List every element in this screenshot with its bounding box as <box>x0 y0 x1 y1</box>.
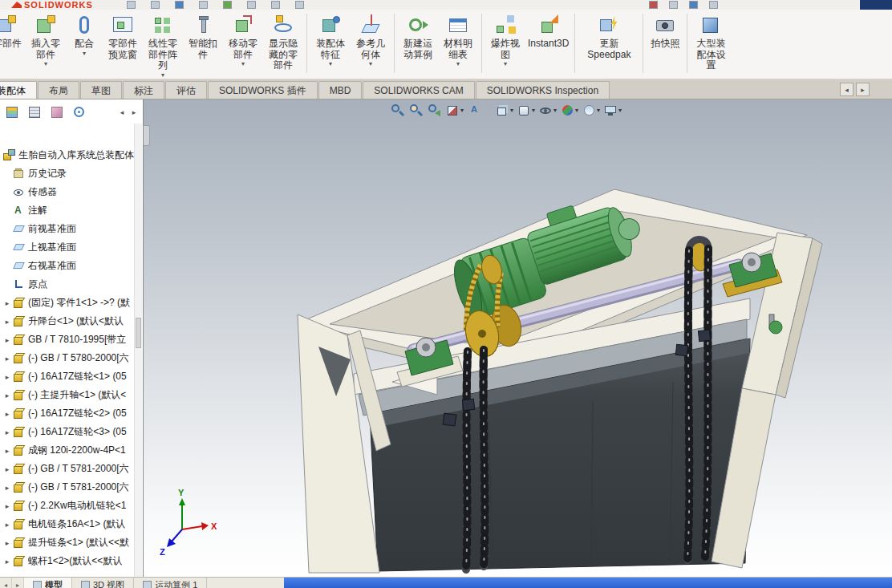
ribbon-button[interactable] <box>481 14 482 73</box>
tabs-scroll-left-button[interactable]: ◂ <box>840 83 853 96</box>
expand-arrow-icon[interactable]: ▸ <box>2 502 12 510</box>
tree-item[interactable]: ▸ GB / T 7810-1995[带立 <box>0 330 143 349</box>
view-tool[interactable] <box>391 103 405 117</box>
panel-collapse-left-icon[interactable]: ◂ <box>117 107 127 118</box>
tree-item[interactable]: ▸ 提升链条<1> (默认<<默 <box>0 533 143 552</box>
tree-item[interactable]: 上视基准面 <box>0 238 143 257</box>
ribbon-button[interactable]: 零部件预览窗 <box>103 11 143 77</box>
toolbar-icon[interactable] <box>271 1 280 9</box>
ribbon-button[interactable]: 拍快照 <box>647 11 683 77</box>
ribbon-button[interactable]: 移动零部件 ▾ <box>223 11 263 77</box>
command-tab[interactable]: 装配体 <box>0 81 37 99</box>
command-tab[interactable]: 草图 <box>80 81 122 99</box>
toolbar-icon[interactable] <box>247 1 256 9</box>
graphics-area[interactable]: ▾ ▾ ▾ <box>144 99 892 577</box>
toolbar-icon[interactable] <box>295 1 304 9</box>
expand-arrow-icon[interactable]: ▸ <box>2 318 12 326</box>
toolbar-icon[interactable] <box>223 1 232 9</box>
toolbar-icon[interactable] <box>709 1 718 9</box>
expand-arrow-icon[interactable]: ▸ <box>2 539 12 547</box>
document-tab[interactable]: 3D 视图 <box>72 578 134 588</box>
expand-arrow-icon[interactable]: ▸ <box>2 391 12 399</box>
ribbon-button[interactable]: 材料明细表 ▾ <box>438 11 478 77</box>
toolbar-icon[interactable] <box>175 1 184 9</box>
tree-item[interactable]: ▸ (-) 16A17Z链轮<3> (05 <box>0 423 143 441</box>
view-tool[interactable] <box>409 103 424 117</box>
tree-item[interactable]: 传感器 <box>0 183 143 201</box>
panel-tab-icon[interactable] <box>49 104 65 120</box>
command-tab[interactable]: 标注 <box>123 81 164 99</box>
document-tab[interactable]: 运动算例 1 <box>134 578 207 588</box>
tree-item[interactable]: 前视基准面 <box>0 220 143 238</box>
ribbon-button[interactable]: 爆炸视图 ▾ <box>485 11 525 77</box>
tree-item[interactable]: ▸ (-) 16A17Z链轮<1> (05 <box>0 367 143 386</box>
expand-arrow-icon[interactable]: ▸ <box>2 558 12 566</box>
panel-scrollbar[interactable] <box>134 124 142 577</box>
tree-item[interactable]: ▸ (-) 2.2Kw电动机链轮<1 <box>0 497 143 515</box>
expand-arrow-icon[interactable]: ▸ <box>2 521 12 529</box>
command-tab[interactable]: SOLIDWORKS 插件 <box>208 81 318 99</box>
view-tool[interactable]: ▾ <box>496 103 513 117</box>
command-tab[interactable]: SOLIDWORKS Inspection <box>476 81 610 99</box>
toolbar-icon[interactable] <box>127 1 136 9</box>
ribbon-button[interactable]: 线性零部件阵列 ▾ <box>143 11 183 77</box>
command-tab[interactable]: MBD <box>318 81 363 99</box>
toolbar-icon[interactable] <box>669 1 678 9</box>
expand-arrow-icon[interactable]: ▸ <box>2 428 12 436</box>
view-tool[interactable]: ▾ <box>539 103 557 117</box>
ribbon-button[interactable]: 装配体特征 ▾ <box>310 11 351 77</box>
ribbon-button[interactable]: Instant3D <box>525 11 571 77</box>
model-3d[interactable]: Y X Z <box>144 99 892 577</box>
ribbon-button[interactable]: 配合 ▾ <box>66 11 103 77</box>
expand-arrow-icon[interactable]: ▸ <box>2 299 12 307</box>
ribbon-button[interactable]: 更新 Speedpak <box>578 11 639 77</box>
expand-arrow-icon[interactable]: ▸ <box>2 410 12 418</box>
command-tab[interactable]: SOLIDWORKS CAM <box>363 81 474 99</box>
expand-arrow-icon[interactable]: ▸ <box>2 465 12 473</box>
view-tool[interactable] <box>428 103 442 117</box>
ribbon-button[interactable] <box>394 14 395 73</box>
command-tab[interactable]: 评估 <box>165 81 207 99</box>
ribbon-button[interactable]: 智能扣件 <box>183 11 223 77</box>
tabs-scroll-left-button[interactable]: ◂ <box>0 578 12 588</box>
tree-item[interactable]: ▸ 电机链条16A<1> (默认 <box>0 515 143 533</box>
toolbar-icon[interactable] <box>151 1 160 9</box>
toolbar-icon[interactable] <box>199 1 208 9</box>
tree-item[interactable]: ▸ (-) GB / T 5781-2000[六 <box>0 460 143 478</box>
tree-item[interactable]: 生胎自动入库系统总装配体 <box>0 146 143 164</box>
ribbon-button[interactable]: 插入零部件 ▾ <box>26 11 66 77</box>
tree-item[interactable]: 原点 <box>0 275 143 294</box>
ribbon-button[interactable]: 新建运动算例 <box>398 11 438 77</box>
ribbon-button[interactable]: 显示隐藏的零部件 <box>263 11 303 77</box>
toolbar-icon[interactable] <box>689 1 698 9</box>
view-tool[interactable]: ▾ <box>561 103 578 117</box>
tree-item[interactable]: ▸ (-) GB / T 5780-2000[六 <box>0 349 143 367</box>
panel-tab-icon[interactable] <box>4 104 20 120</box>
panel-tab-icon[interactable] <box>26 104 43 120</box>
ribbon-button[interactable]: 零部件 <box>0 11 26 77</box>
tree-item[interactable]: ▸ (-) 主提升轴<1> (默认< <box>0 386 143 404</box>
view-tool[interactable] <box>468 103 482 117</box>
ribbon-button[interactable]: 参考几何体 ▾ <box>351 11 391 77</box>
panel-collapse-right-icon[interactable]: ▸ <box>129 107 139 118</box>
view-tool[interactable]: ▾ <box>582 103 600 117</box>
ribbon-button[interactable] <box>643 14 643 73</box>
ribbon-button[interactable] <box>687 14 687 73</box>
expand-arrow-icon[interactable]: ▸ <box>2 447 12 455</box>
scrollbar-thumb[interactable] <box>136 318 141 348</box>
tree-item[interactable]: 历史记录 <box>0 164 143 183</box>
toolbar-icon[interactable] <box>649 1 658 9</box>
tree-item[interactable]: 右视基准面 <box>0 257 143 275</box>
tree-item[interactable]: ▸ 成钢 120i-2200w-4P<1 <box>0 441 143 460</box>
tree-item[interactable]: ▸ 升降台<1> (默认<默认 <box>0 312 143 330</box>
expand-arrow-icon[interactable]: ▸ <box>2 484 12 492</box>
tree-item[interactable]: 注解 <box>0 201 143 220</box>
ribbon-button[interactable] <box>306 14 307 73</box>
ribbon-button[interactable] <box>574 14 575 73</box>
panel-tab-icon[interactable] <box>71 104 87 120</box>
view-tool[interactable]: ▾ <box>517 103 535 117</box>
expand-arrow-icon[interactable]: ▸ <box>2 355 12 363</box>
tree-item[interactable]: ▸ (固定) 零件1<1> ->? (默 <box>0 294 143 312</box>
command-tab[interactable]: 布局 <box>38 81 79 99</box>
tree-item[interactable]: ▸ (-) 16A17Z链轮<2> (05 <box>0 404 143 423</box>
